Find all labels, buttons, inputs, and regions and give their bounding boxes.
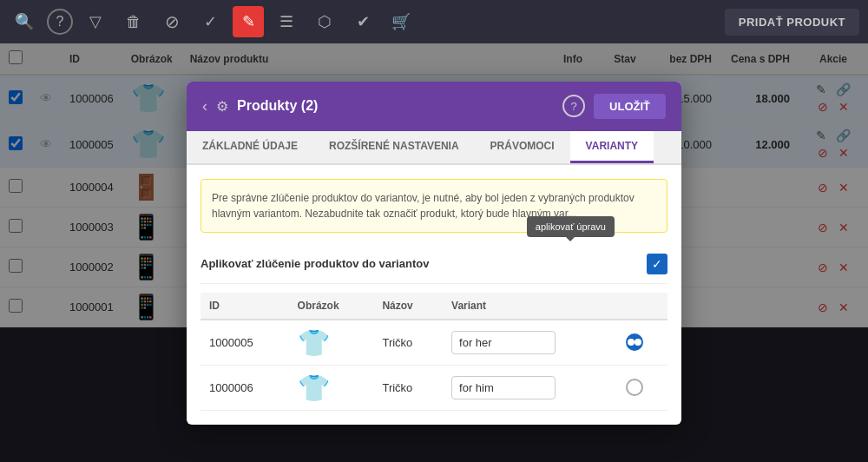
variant-name: Tričko	[373, 365, 443, 410]
circle-check-icon[interactable]: ✔	[347, 6, 378, 37]
modal-title: Produkty (2)	[237, 98, 554, 114]
tab-variants[interactable]: VARIANTY	[570, 131, 654, 163]
merge-row: Aplikovať zlúčenie produktov do varianto…	[201, 245, 667, 284]
variant-image: 👕	[298, 373, 330, 402]
modal-overlay: ‹ ⚙ Produkty (2) ? ULOŽIŤ ZÁKLADNÉ ÚDAJE…	[0, 43, 868, 462]
variants-col-img: Obrázok	[289, 293, 374, 320]
tab-extended-settings[interactable]: ROZŠÍRENÉ NASTAVENIA	[313, 131, 475, 163]
modal-settings-icon: ⚙	[216, 98, 228, 115]
modal-tabs: ZÁKLADNÉ ÚDAJE ROZŠÍRENÉ NASTAVENIA PRÁV…	[187, 131, 681, 165]
tab-basic-data[interactable]: ZÁKLADNÉ ÚDAJE	[187, 131, 313, 163]
variant-image: 👕	[298, 328, 330, 357]
modal-save-button[interactable]: ULOŽIŤ	[594, 94, 666, 119]
modal-header: ‹ ⚙ Produkty (2) ? ULOŽIŤ	[187, 82, 681, 131]
cart-icon[interactable]: 🛒	[385, 6, 417, 37]
modal-body: Pre správne zlúčenie produktov do varian…	[187, 165, 681, 425]
variant-input[interactable]	[451, 376, 556, 399]
variant-id: 1000005	[201, 320, 289, 366]
filter-icon[interactable]: ▽	[80, 6, 111, 37]
variant-name: Tričko	[373, 320, 443, 366]
variants-col-variant: Variant	[443, 293, 617, 320]
variants-table: ID Obrázok Názov Variant 1000005 👕 Tričk…	[201, 293, 667, 411]
variant-id: 1000006	[201, 365, 289, 410]
add-product-button[interactable]: PRIDAŤ PRODUKT	[725, 9, 859, 36]
check-icon[interactable]: ✓	[194, 6, 226, 37]
list-icon[interactable]: ☰	[271, 6, 302, 37]
variants-col-id: ID	[201, 293, 289, 320]
trash-icon[interactable]: 🗑	[118, 6, 149, 37]
toolbar: 🔍 ? ▽ 🗑 ⊘ ✓ ✎ ☰ ⬡ ✔ 🛒 PRIDAŤ PRODUKT	[0, 0, 868, 43]
variants-col-select	[617, 293, 667, 320]
merge-checkbox[interactable]: ✓	[647, 254, 667, 274]
variant-row: 1000006 👕 Tričko	[201, 365, 667, 410]
modal-help-button[interactable]: ?	[562, 95, 585, 117]
tag-icon[interactable]: ⬡	[309, 6, 340, 37]
edit-icon[interactable]: ✎	[233, 6, 264, 37]
variant-input[interactable]	[451, 331, 556, 354]
modal-back-button[interactable]: ‹	[202, 97, 207, 116]
search-icon[interactable]: 🔍	[9, 6, 40, 37]
variant-row: 1000005 👕 Tričko	[201, 320, 667, 366]
variants-col-name: Názov	[373, 293, 443, 320]
variant-radio-selected[interactable]	[626, 333, 643, 351]
help-icon[interactable]: ?	[47, 9, 73, 35]
warning-text: Pre správne zlúčenie produktov do varian…	[212, 192, 635, 220]
warning-box: Pre správne zlúčenie produktov do varian…	[201, 179, 667, 233]
modal-dialog: ‹ ⚙ Produkty (2) ? ULOŽIŤ ZÁKLADNÉ ÚDAJE…	[187, 82, 681, 425]
merge-label: Aplikovať zlúčenie produktov do varianto…	[201, 257, 647, 270]
tab-permissions[interactable]: PRÁVOMOCI	[475, 131, 570, 163]
tooltip-bubble: aplikovať úpravu	[527, 216, 615, 238]
table-area: ID Obrázok Názov produktu Info Stav bez …	[0, 43, 868, 462]
variant-radio-empty[interactable]	[626, 379, 643, 396]
ban-icon[interactable]: ⊘	[156, 6, 187, 37]
